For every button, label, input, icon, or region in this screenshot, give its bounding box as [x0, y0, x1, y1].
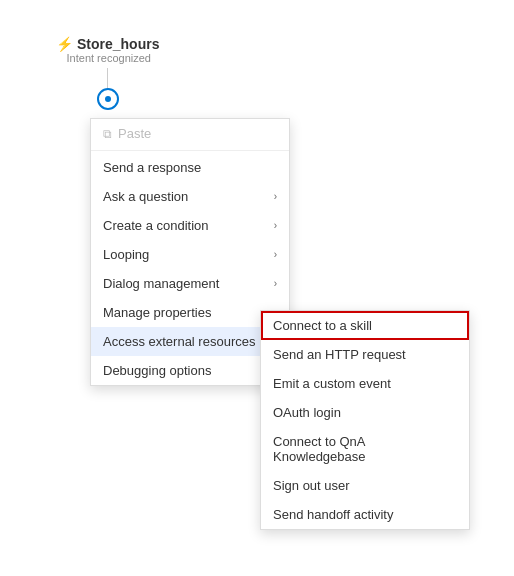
connect-skill-label: Connect to a skill — [273, 318, 372, 333]
create-condition-label: Create a condition — [103, 218, 209, 233]
looping-label: Looping — [103, 247, 149, 262]
menu-item-custom-event[interactable]: Emit a custom event — [261, 369, 469, 398]
create-condition-chevron: › — [274, 220, 277, 231]
handoff-label: Send handoff activity — [273, 507, 393, 522]
dialog-management-chevron: › — [274, 278, 277, 289]
menu-item-sign-out[interactable]: Sign out user — [261, 471, 469, 500]
node-header: ⚡ Store_hours — [56, 36, 159, 52]
lightning-icon: ⚡ — [56, 36, 73, 52]
manage-properties-label: Manage properties — [103, 305, 211, 320]
sign-out-label: Sign out user — [273, 478, 350, 493]
node-circle-inner — [105, 96, 111, 102]
looping-chevron: › — [274, 249, 277, 260]
canvas: ⚡ Store_hours Intent recognized ⧉ Paste … — [0, 0, 514, 576]
debugging-label: Debugging options — [103, 363, 211, 378]
menu-item-paste[interactable]: ⧉ Paste — [91, 119, 289, 148]
paste-label: Paste — [118, 126, 277, 141]
menu-item-dialog-management[interactable]: Dialog management › — [91, 269, 289, 298]
qna-label: Connect to QnA Knowledgebase — [273, 434, 457, 464]
menu-item-ask-question[interactable]: Ask a question › — [91, 182, 289, 211]
menu-item-handoff[interactable]: Send handoff activity — [261, 500, 469, 529]
access-external-label: Access external resources — [103, 334, 255, 349]
menu-item-create-condition[interactable]: Create a condition › — [91, 211, 289, 240]
menu-item-connect-skill[interactable]: Connect to a skill — [261, 311, 469, 340]
node-connector-line — [107, 68, 108, 88]
paste-icon: ⧉ — [103, 127, 112, 141]
node-add-button[interactable] — [97, 88, 119, 110]
menu-divider-1 — [91, 150, 289, 151]
node-title: Store_hours — [77, 36, 159, 52]
menu-item-oauth-login[interactable]: OAuth login — [261, 398, 469, 427]
ask-question-label: Ask a question — [103, 189, 188, 204]
ask-question-chevron: › — [274, 191, 277, 202]
menu-item-send-response[interactable]: Send a response — [91, 153, 289, 182]
node-subtitle: Intent recognized — [67, 52, 151, 64]
send-response-label: Send a response — [103, 160, 201, 175]
node-container: ⚡ Store_hours Intent recognized — [56, 36, 159, 110]
menu-item-looping[interactable]: Looping › — [91, 240, 289, 269]
secondary-context-menu: Connect to a skill Send an HTTP request … — [260, 310, 470, 530]
menu-item-qna[interactable]: Connect to QnA Knowledgebase — [261, 427, 469, 471]
menu-item-http-request[interactable]: Send an HTTP request — [261, 340, 469, 369]
custom-event-label: Emit a custom event — [273, 376, 391, 391]
http-request-label: Send an HTTP request — [273, 347, 406, 362]
dialog-management-label: Dialog management — [103, 276, 219, 291]
oauth-login-label: OAuth login — [273, 405, 341, 420]
